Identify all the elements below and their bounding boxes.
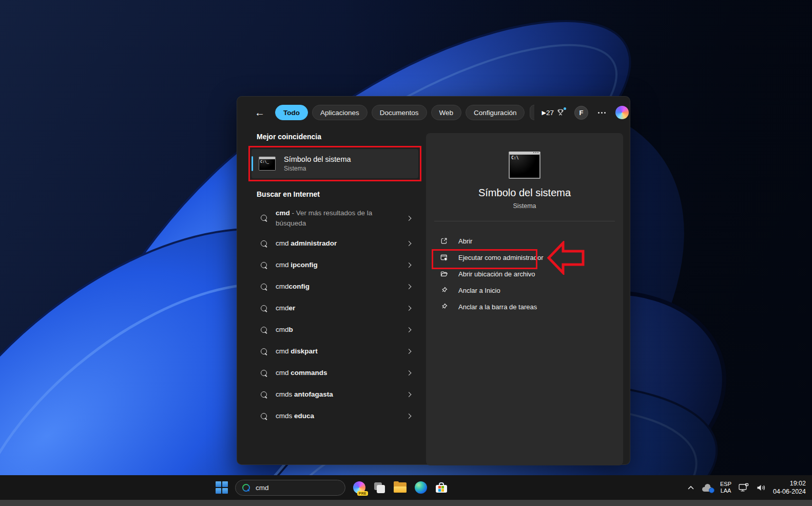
- action-open[interactable]: Abrir: [426, 233, 623, 249]
- taskbar-search-box[interactable]: cmd: [235, 480, 345, 496]
- folder-open-icon: [440, 270, 448, 278]
- suggestion-item[interactable]: cmds antofagasta: [257, 384, 426, 405]
- copilot-taskbar-button[interactable]: PRE: [352, 481, 366, 495]
- tray-time: 19:02: [773, 479, 806, 488]
- search-icon: [261, 240, 267, 247]
- tab-todo[interactable]: Todo: [275, 105, 308, 120]
- search-icon: [261, 327, 267, 333]
- suggestion-item[interactable]: cmd administrador: [257, 233, 426, 254]
- suggestion-item[interactable]: cmd diskpart: [257, 341, 426, 362]
- search-icon: [261, 262, 267, 269]
- chevron-right-icon: [407, 414, 412, 419]
- tabs-scroll-right-icon[interactable]: ▶: [542, 109, 546, 116]
- detail-title: Símbolo del sistema: [426, 187, 623, 199]
- edge-icon: [415, 481, 427, 494]
- chevron-right-icon: [407, 349, 412, 354]
- network-icon[interactable]: [738, 483, 749, 492]
- filter-tabs: Todo Aplicaciones Documentos Web Configu…: [275, 105, 534, 120]
- desktop: ← Todo Aplicaciones Documentos Web Confi…: [0, 0, 812, 506]
- tab-aplicaciones[interactable]: Aplicaciones: [312, 105, 368, 120]
- clock[interactable]: 19:02 04-06-2024: [773, 479, 806, 496]
- search-panel: ← Todo Aplicaciones Documentos Web Confi…: [237, 96, 630, 465]
- suggestion-item[interactable]: cmdb: [257, 319, 426, 341]
- results-column: Mejor coincidencia C:\_ Símbolo del sist…: [237, 128, 426, 464]
- search-icon: [242, 484, 250, 492]
- best-match-result[interactable]: C:\_ Símbolo del sistema Sistema: [252, 149, 418, 178]
- suggestion-item[interactable]: cmds educa: [257, 405, 426, 427]
- chevron-right-icon: [407, 216, 412, 221]
- search-icon: [261, 391, 267, 398]
- chevron-right-icon: [407, 306, 412, 311]
- suggestion-item[interactable]: cmdconfig: [257, 276, 426, 297]
- action-pin-to-start[interactable]: Anclar a Inicio: [426, 282, 623, 298]
- suggestion-item[interactable]: cmd commands: [257, 362, 426, 384]
- chevron-right-icon: [407, 370, 412, 376]
- cmd-prompt-icon: C:\_: [259, 157, 276, 171]
- chevron-right-icon: [407, 241, 412, 246]
- chevron-right-icon: [407, 263, 412, 268]
- suggestion-list: cmd - Ver más resultados de la búsqueda …: [257, 203, 426, 427]
- copilot-icon[interactable]: [615, 106, 629, 119]
- volume-icon[interactable]: [756, 483, 766, 492]
- cmd-prompt-icon-large: C:\: [509, 152, 540, 179]
- user-avatar[interactable]: F: [574, 106, 588, 120]
- tab-overflow-pill: [530, 105, 534, 120]
- pin-icon: [440, 286, 448, 294]
- suggestion-item[interactable]: cmd - Ver más resultados de la búsqueda: [257, 203, 426, 233]
- taskbar-search-value: cmd: [256, 484, 269, 492]
- trophy-icon: [556, 108, 565, 117]
- screenshot-bottom-strip: [0, 500, 812, 506]
- detail-pane: C:\ Símbolo del sistema Sistema Abrir: [426, 133, 623, 465]
- search-icon: [261, 305, 267, 312]
- tab-documentos[interactable]: Documentos: [372, 105, 427, 120]
- store-icon: [436, 482, 447, 493]
- chevron-right-icon: [407, 327, 412, 332]
- search-icon: [261, 348, 267, 355]
- run-as-admin-icon: [440, 253, 448, 261]
- windows-logo-icon: [215, 481, 228, 494]
- search-icon: [261, 370, 267, 377]
- copilot-pre-badge: PRE: [357, 491, 368, 496]
- tab-configuracion[interactable]: Configuración: [466, 105, 525, 120]
- action-pin-to-taskbar[interactable]: Anclar a la barra de tareas: [426, 298, 623, 315]
- language-indicator[interactable]: ESP LAA: [720, 481, 731, 494]
- action-run-as-admin[interactable]: Ejecutar como administrador: [426, 249, 623, 266]
- chevron-right-icon: [407, 392, 412, 397]
- taskbar: cmd PRE: [0, 475, 812, 500]
- divider: [434, 221, 615, 221]
- suggestion-item[interactable]: cmd ipconfig: [257, 254, 426, 276]
- back-arrow-icon[interactable]: ←: [255, 107, 265, 118]
- microsoft-store-button[interactable]: [434, 481, 448, 495]
- section-web-search: Buscar en Internet: [257, 190, 426, 198]
- search-icon: [261, 413, 267, 420]
- suggestion-item[interactable]: cmder: [257, 297, 426, 319]
- search-tabbar: ← Todo Aplicaciones Documentos Web Confi…: [237, 97, 630, 128]
- detail-subtitle: Sistema: [426, 202, 623, 210]
- chevron-right-icon: [407, 284, 412, 289]
- rewards-counter[interactable]: 27: [546, 108, 565, 117]
- action-list: Abrir Ejecutar como administrador: [426, 233, 623, 315]
- file-explorer-button[interactable]: [393, 481, 407, 495]
- onedrive-sync-icon[interactable]: [701, 484, 713, 492]
- more-options-icon[interactable]: [598, 112, 606, 114]
- start-button[interactable]: [215, 481, 228, 495]
- search-icon: [261, 284, 267, 290]
- search-icon: [261, 215, 267, 221]
- best-match-subtitle: Sistema: [284, 165, 351, 172]
- open-external-icon: [440, 237, 448, 245]
- annotation-box-best-match: C:\_ Símbolo del sistema Sistema: [248, 146, 421, 181]
- tray-chevron-up-icon[interactable]: [687, 485, 694, 491]
- best-match-title: Símbolo del sistema: [284, 155, 351, 163]
- folder-icon: [394, 482, 407, 493]
- action-open-file-location[interactable]: Abrir ubicación de archivo: [426, 266, 623, 282]
- edge-button[interactable]: [414, 481, 428, 495]
- task-view-button[interactable]: [373, 481, 386, 495]
- tab-web[interactable]: Web: [431, 105, 462, 120]
- section-best-match: Mejor coincidencia: [257, 133, 426, 141]
- tray-date: 04-06-2024: [773, 488, 806, 496]
- rewards-notification-dot: [564, 107, 566, 110]
- rewards-count: 27: [546, 109, 554, 117]
- pin-icon: [440, 303, 448, 311]
